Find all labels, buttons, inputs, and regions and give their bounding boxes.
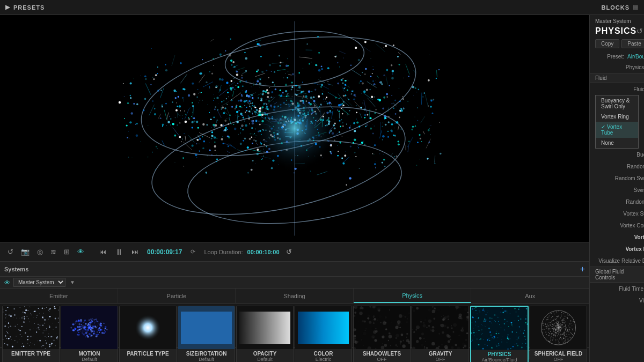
vortex-tilt-row: Vortex Tilt: 0x+11.0° [590,231,644,243]
viscosity-label: Viscosity: [595,298,644,304]
dropdown-item-none[interactable]: None [596,138,638,148]
block-label-shadowlets: SHADOWLETS [363,349,401,357]
block-thumb-motion [61,306,118,349]
block-thumb-opacity [237,306,293,349]
block-label-gravity: GRAVITY [429,349,452,357]
reset-physics-btn[interactable]: ↺ [636,27,643,35]
right-panel: Master System PHYSICS ↺ Copy Paste Prese… [589,15,644,362]
viewport [0,15,589,242]
time-display: 00:00:09:17 [147,248,182,256]
buoyancy-label: Buoyancy: [595,152,644,158]
block-label-size: SIZE/ROTATION [186,349,227,357]
block-label-motion: MOTION [79,349,100,357]
dropdown-item-vortex-ring[interactable]: Vortex Ring [596,112,638,122]
eye-toggle[interactable]: 👁 [4,279,10,286]
vortex-tilt-label: Vortex Tilt: [595,234,644,240]
swirl-scale-row: Swirl Scale: 10.00 [590,184,644,196]
loop-label: Loop Duration: [204,249,243,255]
presets-label[interactable]: ▶ PRESETS [5,4,45,11]
block-gravity[interactable]: GRAVITY OFF [412,306,469,362]
thumb-canvas-color [295,306,352,349]
preset-row: Preset: Air/Bounce/Fluid ⬆ [590,51,644,61]
physics-title: PHYSICS ↺ [590,25,644,39]
audio-btn[interactable]: ◎ [35,247,45,257]
block-sublabel-color: Electric [316,357,332,362]
random-swirl-xyz-label: Random Swirl XYZ: [595,175,644,181]
block-emitter-type[interactable]: EMITTER TYPE [2,306,60,362]
block-thumb-gravity [412,306,469,349]
master-dropdown-arrow[interactable]: ▼ [70,279,75,285]
visualize-density-row: Visualize Relative Density: Off [590,255,644,267]
fluid-time-factor-label: Fluid Time Factor: [595,286,644,292]
loop-time: 00:00:10:00 [247,249,280,255]
block-thumb-size [178,306,235,349]
block-sublabel-physics: Air/Bounce/Fluid [481,357,517,362]
visualize-density-label: Visualize Relative Density: [595,258,644,264]
skip-back-btn[interactable]: ⏮ [97,247,108,257]
vortex-rotate-label: Vortex Rotate: [595,246,644,252]
preset-field-value: Air/Bounce/Fluid [627,54,644,60]
undo-btn[interactable]: ↺ [5,247,16,257]
block-opacity[interactable]: OPACITY Default [236,306,294,362]
vortex-rotate-row: Vortex Rotate: 0x+57.0° [590,243,644,255]
random-swirl-label: Random Swirl: [595,164,644,169]
block-thumb-physics [471,307,528,350]
block-tabs: Emitter Particle Shading Physics Aux [0,289,589,304]
tab-aux[interactable]: Aux [471,289,589,303]
systems-bar: Systems + [0,262,589,277]
reset-loop-btn[interactable]: ↺ [284,247,294,257]
block-color[interactable]: COLOR Electric [295,306,352,362]
block-motion[interactable]: MOTION Default [61,306,118,362]
fluid-section-header: Fluid [590,73,644,83]
copy-paste-row: Copy Paste [590,39,644,51]
add-system-btn[interactable]: + [580,264,585,274]
grid-btn[interactable]: ⊞ [62,247,72,257]
skip-fwd-btn[interactable]: ⏭ [129,247,141,257]
eye-btn[interactable]: 👁 [75,247,86,257]
copy-button[interactable]: Copy [595,39,619,48]
block-items: EMITTER TYPE MOTION Default PARTICL [0,304,589,362]
block-label-particle: PARTICLE TYPE [127,349,169,357]
block-label-physics: PHYSICS [488,350,511,357]
thumb-canvas-emitter [3,306,59,349]
dropdown-item-buoyancy[interactable]: Buoyancy & Swirl Only [596,95,638,112]
block-sublabel-shadowlets: OFF [377,357,387,362]
block-physics[interactable]: PHYSICS Air/Bounce/Fluid [470,306,529,362]
play-btn[interactable]: ⏸ [113,246,125,257]
swirl-scale-label: Swirl Scale: [595,187,644,193]
block-label-spherical: SPHERICAL FIELD [535,349,582,357]
block-shadowlets[interactable]: SHADOWLETS OFF [353,306,411,362]
vortex-core-size-label: Vortex Core Size: [595,223,644,228]
master-system-title: Master System [590,15,644,25]
block-sublabel-spherical: OFF [554,357,564,362]
tab-shading[interactable]: Shading [236,289,354,303]
block-size-rotation[interactable]: SIZE/ROTATION Default [178,306,235,362]
random-seed-label: Random Seed: [595,199,644,205]
dropdown-item-vortex-tube[interactable]: ✓ Vortex Tube [596,122,638,138]
thumb-canvas-motion [61,306,118,349]
block-label-emitter: EMITTER TYPE [11,349,50,357]
global-fluid-header: Global Fluid Controls [590,267,644,283]
tab-physics[interactable]: Physics [354,289,472,303]
tab-particle[interactable]: Particle [118,289,236,303]
blocks-label[interactable]: BLOCKS ▦ [602,4,639,11]
block-sublabel-opacity: Default [257,357,273,362]
fluid-force-dropdown: Buoyancy & Swirl Only Vortex Ring ✓ Vort… [595,95,639,149]
physics-model-row: Physics Model: Fluid [590,61,644,73]
block-label-opacity: OPACITY [253,349,277,357]
thumb-canvas-particle [120,306,176,349]
thumb-canvas-shadowlets [354,306,410,349]
block-particle-type[interactable]: PARTICLE TYPE [119,306,177,362]
block-label-color: COLOR [313,349,333,357]
tab-emitter[interactable]: Emitter [0,289,118,303]
block-thumb-particle [120,306,176,349]
main-layout: ↺ 📷 ◎ ≋ ⊞ 👁 ⏮ ⏸ ⏭ 00:00:09:17 ⟳ Loop Dur… [0,15,644,362]
master-system-select[interactable]: Master System [13,278,65,287]
block-spherical-field[interactable]: SPHERICAL FIELD OFF [530,306,587,362]
camera-btn[interactable]: 📷 [19,247,32,257]
dropdown-container: Buoyancy & Swirl Only Vortex Ring ✓ Vort… [590,95,644,149]
block-thumb-shadowlets [354,306,410,349]
wave-btn[interactable]: ≋ [48,247,58,257]
paste-button[interactable]: Paste [621,39,644,48]
preset-field-label: Preset: [595,54,627,60]
